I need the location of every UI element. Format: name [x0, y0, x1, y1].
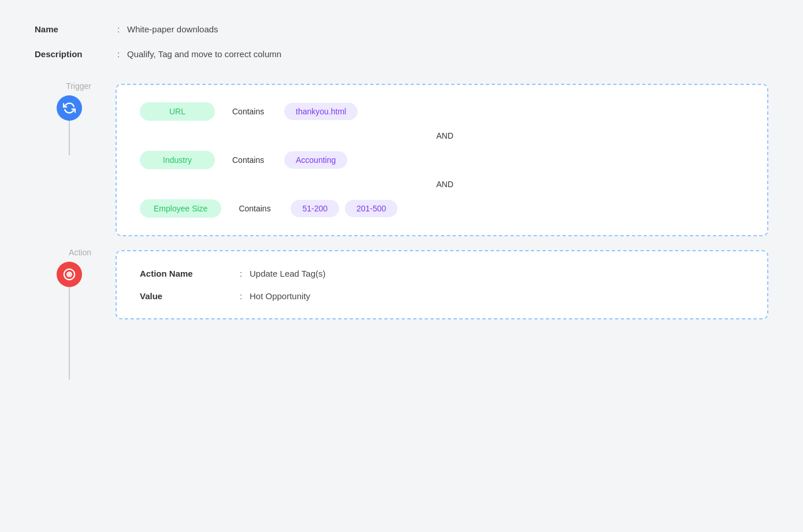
trigger-content: URL Contains thankyou.html AND Industry … — [116, 81, 768, 248]
action-name-label: Action Name — [140, 269, 232, 278]
tag-thankyou: thankyou.html — [284, 103, 358, 120]
action-value-value: Hot Opportunity — [250, 291, 310, 301]
tag-accounting: Accounting — [284, 151, 347, 169]
condition-tags-url: thankyou.html — [284, 103, 358, 120]
condition-operator-url: Contains — [232, 107, 267, 116]
trigger-label: Trigger — [66, 81, 104, 91]
trigger-icon-wrap — [57, 95, 82, 155]
condition-operator-employee-size: Contains — [239, 204, 273, 213]
description-label: Description — [35, 48, 110, 59]
description-row: Description : Qualify, Tag and move to c… — [35, 48, 768, 61]
tag-201-500: 201-500 — [345, 200, 397, 217]
action-name-colon: : — [232, 269, 250, 278]
condition-field-employee-size: Employee Size — [140, 199, 221, 218]
action-value-row: Value : Hot Opportunity — [140, 291, 744, 301]
name-row: Name : White-paper downloads — [35, 23, 768, 36]
condition-row-url: URL Contains thankyou.html — [140, 102, 744, 121]
description-colon: : — [110, 48, 127, 59]
name-value: White-paper downloads — [127, 23, 218, 36]
tag-51-200: 51-200 — [291, 200, 339, 217]
trigger-vline — [69, 121, 70, 155]
condition-operator-industry: Contains — [232, 155, 267, 165]
condition-field-industry: Industry — [140, 151, 215, 169]
action-name-value: Update Lead Tag(s) — [250, 269, 325, 278]
trigger-left-col: Trigger — [35, 81, 104, 155]
action-content: Action Name : Update Lead Tag(s) Value :… — [116, 248, 768, 331]
target-icon — [63, 268, 76, 281]
condition-field-url: URL — [140, 102, 215, 121]
trigger-block: Trigger URL Contains thankyou.html — [35, 81, 768, 248]
refresh-icon — [63, 102, 76, 114]
metadata-section: Name : White-paper downloads Description… — [35, 23, 768, 61]
trigger-icon-circle[interactable] — [57, 95, 82, 121]
action-name-row: Action Name : Update Lead Tag(s) — [140, 269, 744, 278]
description-value: Qualify, Tag and move to correct column — [127, 48, 281, 61]
action-detail-box: Action Name : Update Lead Tag(s) Value :… — [116, 250, 768, 319]
svg-point-2 — [69, 274, 70, 275]
condition-row-employee-size: Employee Size Contains 51-200 201-500 — [140, 199, 744, 218]
action-block: Action Action Name : Update Lead Tag(s) … — [35, 248, 768, 380]
action-icon-circle[interactable] — [57, 262, 82, 287]
action-label: Action — [69, 248, 104, 257]
action-vline — [69, 287, 70, 380]
condition-row-industry: Industry Contains Accounting — [140, 151, 744, 169]
condition-tags-industry: Accounting — [284, 151, 347, 169]
name-label: Name — [35, 23, 110, 34]
condition-tags-employee-size: 51-200 201-500 — [291, 200, 397, 217]
and-divider-1: AND — [140, 131, 744, 140]
action-value-label: Value — [140, 291, 232, 301]
action-value-colon: : — [232, 291, 250, 301]
trigger-condition-box: URL Contains thankyou.html AND Industry … — [116, 84, 768, 236]
action-icon-wrap — [57, 262, 82, 380]
name-colon: : — [110, 23, 127, 34]
and-divider-2: AND — [140, 180, 744, 189]
action-left-col: Action — [35, 248, 104, 380]
